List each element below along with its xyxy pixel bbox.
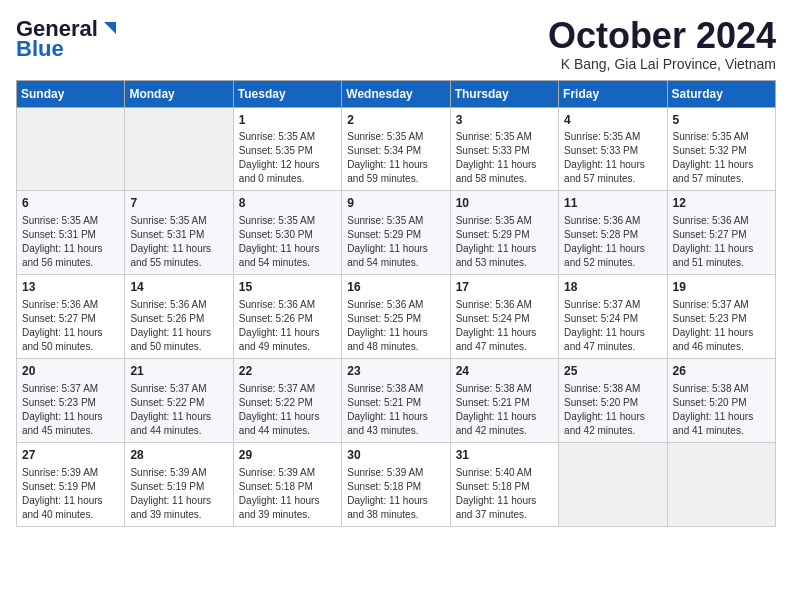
calendar-cell: 5Sunrise: 5:35 AMSunset: 5:32 PMDaylight… [667, 107, 775, 191]
day-number: 12 [673, 195, 770, 212]
calendar-day-header: Saturday [667, 80, 775, 107]
day-info: Sunrise: 5:38 AMSunset: 5:20 PMDaylight:… [564, 382, 661, 438]
day-number: 4 [564, 112, 661, 129]
day-number: 30 [347, 447, 444, 464]
calendar-cell: 31Sunrise: 5:40 AMSunset: 5:18 PMDayligh… [450, 442, 558, 526]
day-number: 1 [239, 112, 336, 129]
day-info: Sunrise: 5:38 AMSunset: 5:21 PMDaylight:… [456, 382, 553, 438]
day-info: Sunrise: 5:36 AMSunset: 5:26 PMDaylight:… [239, 298, 336, 354]
day-number: 11 [564, 195, 661, 212]
calendar-cell [17, 107, 125, 191]
calendar-cell: 30Sunrise: 5:39 AMSunset: 5:18 PMDayligh… [342, 442, 450, 526]
calendar-day-header: Thursday [450, 80, 558, 107]
day-number: 27 [22, 447, 119, 464]
calendar-week-row: 1Sunrise: 5:35 AMSunset: 5:35 PMDaylight… [17, 107, 776, 191]
day-info: Sunrise: 5:35 AMSunset: 5:29 PMDaylight:… [347, 214, 444, 270]
day-number: 26 [673, 363, 770, 380]
calendar-cell: 14Sunrise: 5:36 AMSunset: 5:26 PMDayligh… [125, 275, 233, 359]
logo-blue: Blue [16, 36, 64, 62]
calendar-cell: 26Sunrise: 5:38 AMSunset: 5:20 PMDayligh… [667, 358, 775, 442]
day-number: 22 [239, 363, 336, 380]
calendar-cell: 27Sunrise: 5:39 AMSunset: 5:19 PMDayligh… [17, 442, 125, 526]
day-info: Sunrise: 5:36 AMSunset: 5:25 PMDaylight:… [347, 298, 444, 354]
calendar-cell: 21Sunrise: 5:37 AMSunset: 5:22 PMDayligh… [125, 358, 233, 442]
calendar-cell: 10Sunrise: 5:35 AMSunset: 5:29 PMDayligh… [450, 191, 558, 275]
title-block: October 2024 K Bang, Gia Lai Province, V… [548, 16, 776, 72]
calendar-header-row: SundayMondayTuesdayWednesdayThursdayFrid… [17, 80, 776, 107]
day-number: 2 [347, 112, 444, 129]
day-info: Sunrise: 5:35 AMSunset: 5:33 PMDaylight:… [456, 130, 553, 186]
day-number: 6 [22, 195, 119, 212]
day-number: 3 [456, 112, 553, 129]
day-info: Sunrise: 5:39 AMSunset: 5:19 PMDaylight:… [22, 466, 119, 522]
page-header: General Blue October 2024 K Bang, Gia La… [16, 16, 776, 72]
calendar-cell: 1Sunrise: 5:35 AMSunset: 5:35 PMDaylight… [233, 107, 341, 191]
day-info: Sunrise: 5:38 AMSunset: 5:21 PMDaylight:… [347, 382, 444, 438]
calendar-cell: 13Sunrise: 5:36 AMSunset: 5:27 PMDayligh… [17, 275, 125, 359]
calendar-cell: 17Sunrise: 5:36 AMSunset: 5:24 PMDayligh… [450, 275, 558, 359]
month-title: October 2024 [548, 16, 776, 56]
day-number: 31 [456, 447, 553, 464]
calendar-week-row: 13Sunrise: 5:36 AMSunset: 5:27 PMDayligh… [17, 275, 776, 359]
day-number: 23 [347, 363, 444, 380]
day-number: 29 [239, 447, 336, 464]
day-number: 21 [130, 363, 227, 380]
day-info: Sunrise: 5:37 AMSunset: 5:22 PMDaylight:… [130, 382, 227, 438]
location: K Bang, Gia Lai Province, Vietnam [548, 56, 776, 72]
calendar-cell: 29Sunrise: 5:39 AMSunset: 5:18 PMDayligh… [233, 442, 341, 526]
calendar-day-header: Friday [559, 80, 667, 107]
day-info: Sunrise: 5:37 AMSunset: 5:24 PMDaylight:… [564, 298, 661, 354]
day-info: Sunrise: 5:35 AMSunset: 5:34 PMDaylight:… [347, 130, 444, 186]
calendar-cell: 11Sunrise: 5:36 AMSunset: 5:28 PMDayligh… [559, 191, 667, 275]
calendar-cell: 23Sunrise: 5:38 AMSunset: 5:21 PMDayligh… [342, 358, 450, 442]
calendar-cell: 6Sunrise: 5:35 AMSunset: 5:31 PMDaylight… [17, 191, 125, 275]
calendar-day-header: Wednesday [342, 80, 450, 107]
calendar-cell: 28Sunrise: 5:39 AMSunset: 5:19 PMDayligh… [125, 442, 233, 526]
svg-marker-0 [104, 22, 116, 34]
day-number: 18 [564, 279, 661, 296]
calendar-cell: 3Sunrise: 5:35 AMSunset: 5:33 PMDaylight… [450, 107, 558, 191]
day-number: 13 [22, 279, 119, 296]
calendar-cell: 16Sunrise: 5:36 AMSunset: 5:25 PMDayligh… [342, 275, 450, 359]
day-number: 19 [673, 279, 770, 296]
day-number: 20 [22, 363, 119, 380]
day-info: Sunrise: 5:35 AMSunset: 5:31 PMDaylight:… [130, 214, 227, 270]
calendar-cell: 22Sunrise: 5:37 AMSunset: 5:22 PMDayligh… [233, 358, 341, 442]
calendar-day-header: Sunday [17, 80, 125, 107]
calendar-week-row: 27Sunrise: 5:39 AMSunset: 5:19 PMDayligh… [17, 442, 776, 526]
day-info: Sunrise: 5:36 AMSunset: 5:28 PMDaylight:… [564, 214, 661, 270]
day-info: Sunrise: 5:35 AMSunset: 5:35 PMDaylight:… [239, 130, 336, 186]
day-info: Sunrise: 5:40 AMSunset: 5:18 PMDaylight:… [456, 466, 553, 522]
calendar-cell: 12Sunrise: 5:36 AMSunset: 5:27 PMDayligh… [667, 191, 775, 275]
calendar-cell: 2Sunrise: 5:35 AMSunset: 5:34 PMDaylight… [342, 107, 450, 191]
day-info: Sunrise: 5:37 AMSunset: 5:23 PMDaylight:… [673, 298, 770, 354]
calendar-week-row: 20Sunrise: 5:37 AMSunset: 5:23 PMDayligh… [17, 358, 776, 442]
day-number: 9 [347, 195, 444, 212]
day-number: 7 [130, 195, 227, 212]
logo: General Blue [16, 16, 120, 62]
calendar-cell: 19Sunrise: 5:37 AMSunset: 5:23 PMDayligh… [667, 275, 775, 359]
day-info: Sunrise: 5:35 AMSunset: 5:29 PMDaylight:… [456, 214, 553, 270]
calendar-day-header: Monday [125, 80, 233, 107]
calendar-cell: 4Sunrise: 5:35 AMSunset: 5:33 PMDaylight… [559, 107, 667, 191]
day-info: Sunrise: 5:35 AMSunset: 5:32 PMDaylight:… [673, 130, 770, 186]
day-number: 14 [130, 279, 227, 296]
day-number: 8 [239, 195, 336, 212]
calendar-cell [559, 442, 667, 526]
logo-arrow-icon [98, 18, 120, 40]
day-info: Sunrise: 5:35 AMSunset: 5:33 PMDaylight:… [564, 130, 661, 186]
day-number: 5 [673, 112, 770, 129]
calendar-week-row: 6Sunrise: 5:35 AMSunset: 5:31 PMDaylight… [17, 191, 776, 275]
calendar-day-header: Tuesday [233, 80, 341, 107]
calendar-cell: 8Sunrise: 5:35 AMSunset: 5:30 PMDaylight… [233, 191, 341, 275]
day-info: Sunrise: 5:39 AMSunset: 5:19 PMDaylight:… [130, 466, 227, 522]
day-info: Sunrise: 5:36 AMSunset: 5:27 PMDaylight:… [22, 298, 119, 354]
day-info: Sunrise: 5:37 AMSunset: 5:23 PMDaylight:… [22, 382, 119, 438]
calendar-cell: 25Sunrise: 5:38 AMSunset: 5:20 PMDayligh… [559, 358, 667, 442]
calendar-cell: 24Sunrise: 5:38 AMSunset: 5:21 PMDayligh… [450, 358, 558, 442]
day-info: Sunrise: 5:36 AMSunset: 5:24 PMDaylight:… [456, 298, 553, 354]
day-info: Sunrise: 5:39 AMSunset: 5:18 PMDaylight:… [347, 466, 444, 522]
day-number: 28 [130, 447, 227, 464]
calendar-cell: 20Sunrise: 5:37 AMSunset: 5:23 PMDayligh… [17, 358, 125, 442]
day-info: Sunrise: 5:35 AMSunset: 5:31 PMDaylight:… [22, 214, 119, 270]
